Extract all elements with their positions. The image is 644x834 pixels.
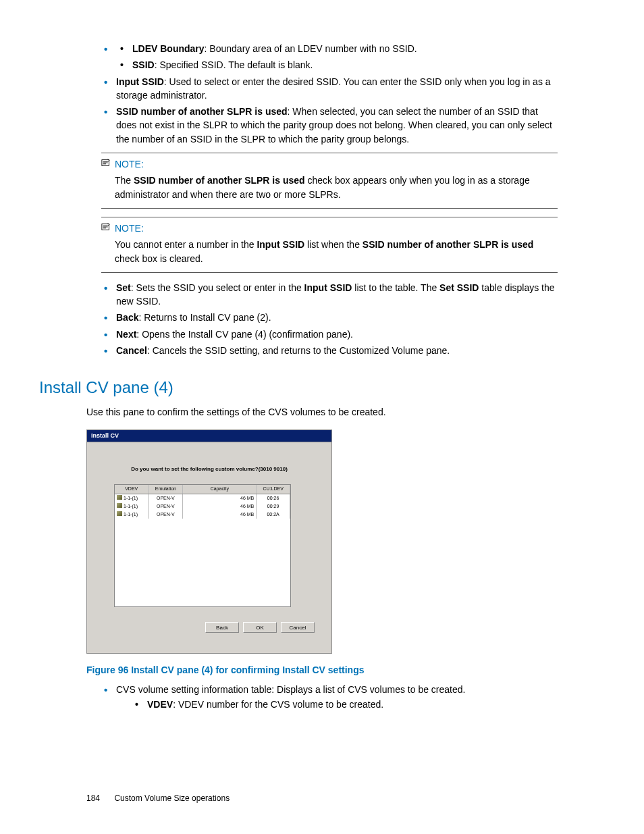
ssid-text: : Specified SSID. The default is blank. [155,59,313,70]
note-block-1: NOTE: The SSID number of another SLPR is… [101,153,558,209]
note2-pre: You cannot enter a number in the [115,239,257,250]
back-label: Back [116,312,138,323]
th-vdev[interactable]: VDEV [115,485,149,494]
note1-bold: SSID number of another SLPR is used [134,175,305,186]
bullet-vdev: VDEV: VDEV number for the CVS volume to … [134,698,558,711]
note2-bold1: Input SSID [257,239,304,250]
th-emulation[interactable]: Emulation [149,485,183,494]
table-row[interactable]: 1-1-(1)OPEN-V46 MB00:2A [115,511,290,519]
th-capacity[interactable]: Capacity [183,485,257,494]
set-label: Set [116,282,131,293]
note-text-2: You cannot enter a number in the Input S… [115,238,558,265]
dialog-ok-button[interactable]: OK [243,622,277,633]
back-text: : Returns to Install CV pane (2). [138,312,271,323]
next-text: : Opens the Install CV pane (4) (confirm… [136,329,353,340]
note-icon [101,157,112,167]
note1-pre: The [115,175,134,186]
dialog-question: Do you want to set the following custom … [87,465,331,473]
note-text-1: The SSID number of another SLPR is used … [115,174,558,201]
section-heading: Install CV pane (4) [39,376,558,400]
set-mid2: list to the table. The [352,282,439,293]
note-label: NOTE: [115,159,144,170]
vdev-label: VDEV [147,699,173,710]
bullet-ldev-boundary: LDEV Boundary: Boundary area of an LDEV … [119,42,558,55]
cvs-table-text: CVS volume setting information table: Di… [116,684,465,695]
note2-post: check box is cleared. [115,253,203,264]
bullet-cancel: Cancel: Cancels the SSID setting, and re… [101,344,558,357]
note-block-2: NOTE: You cannot enter a number in the I… [101,217,558,273]
dialog-title: Install CV [87,430,331,442]
set-mid1: : Sets the SSID you select or enter in t… [131,282,304,293]
figure-caption: Figure 96 Install CV pane (4) for confir… [86,663,558,677]
input-ssid-label: Input SSID [116,76,164,87]
cancel-label: Cancel [116,345,147,356]
install-cv-screenshot: Install CV Do you want to set the follow… [86,429,332,654]
note2-bold2: SSID number of another SLPR is used [363,239,534,250]
bullet-input-ssid: Input SSID: Used to select or enter the … [101,75,558,103]
bullet-ssid: SSID: Specified SSID. The default is bla… [119,58,558,72]
th-culdev[interactable]: CU:LDEV [257,485,290,494]
input-ssid-text: : Used to select or enter the desired SS… [116,76,551,101]
section-intro: Use this pane to confirm the settings of… [86,405,558,419]
note2-mid: list when the [304,239,363,250]
ldev-label: LDEV Boundary [132,43,205,54]
table-row[interactable]: 1-1-(1)OPEN-V46 MB00:29 [115,502,290,511]
bullet-set: Set: Sets the SSID you select or enter i… [101,281,558,309]
cancel-text: : Cancels the SSID setting, and returns … [147,345,450,356]
dialog-back-button[interactable]: Back [205,622,239,633]
bullet-back: Back: Returns to Install CV pane (2). [101,311,558,324]
bullet-cvs-table: CVS volume setting information table: Di… [101,683,558,712]
bullet-another-slpr: SSID number of another SLPR is used: Whe… [101,105,558,146]
bullet-next: Next: Opens the Install CV pane (4) (con… [101,328,558,341]
volume-table: VDEV Emulation Capacity CU:LDEV 1-1-(1)O… [114,484,291,607]
set-bold2: Set SSID [439,282,479,293]
note-label: NOTE: [115,223,144,234]
ssid-label: SSID [132,59,155,70]
table-row[interactable]: 1-1-(1)OPEN-V46 MB00:26 [115,494,290,502]
vdev-text: : VDEV number for the CVS volume to be c… [173,699,383,710]
dialog-cancel-button[interactable]: Cancel [281,622,315,633]
note-icon [101,221,112,231]
set-bold1: Input SSID [304,282,352,293]
ldev-text: : Boundary area of an LDEV number with n… [205,43,417,54]
another-slpr-label: SSID number of another SLPR is used [116,106,288,117]
next-label: Next [116,329,136,340]
